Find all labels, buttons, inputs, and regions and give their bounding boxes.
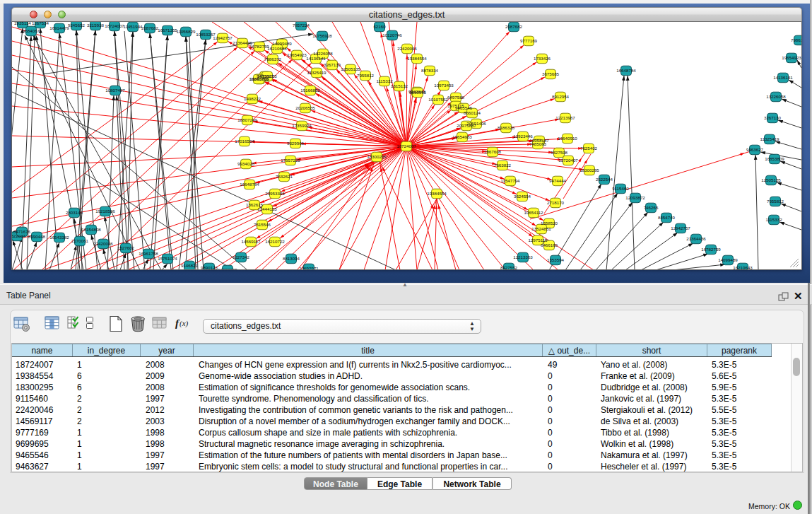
svg-text:16210722: 16210722 (265, 239, 285, 244)
svg-text:9329966: 9329966 (287, 141, 305, 146)
svg-text:9227342: 9227342 (233, 255, 250, 259)
svg-text:2803144: 2803144 (66, 210, 83, 215)
svg-text:9890123: 9890123 (201, 265, 218, 270)
svg-text:16782759: 16782759 (249, 44, 269, 49)
svg-text:7663822: 7663822 (494, 163, 512, 168)
svg-text:10107552: 10107552 (428, 97, 448, 102)
svg-text:8912954: 8912954 (552, 94, 570, 99)
svg-text:10654112: 10654112 (524, 210, 543, 215)
svg-text:22420046: 22420046 (93, 241, 113, 246)
svg-text:2522544: 2522544 (596, 177, 613, 182)
svg-text:19384554: 19384554 (427, 191, 447, 196)
svg-text:8322037: 8322037 (12, 233, 26, 238)
svg-text:22420046: 22420046 (397, 46, 417, 51)
svg-text:18300295: 18300295 (579, 168, 599, 173)
svg-text:16154808: 16154808 (81, 227, 101, 232)
svg-text:8878334: 8878334 (421, 68, 439, 73)
svg-text:10756928: 10756928 (312, 33, 332, 38)
svg-text:9146821: 9146821 (181, 263, 199, 268)
svg-text:9684067: 9684067 (23, 28, 40, 33)
svg-text:2935114: 2935114 (14, 22, 31, 25)
svg-text:19654983: 19654983 (452, 134, 472, 139)
svg-text:7625402: 7625402 (580, 146, 598, 151)
svg-text:11325419: 11325419 (307, 70, 326, 75)
svg-text:12942757: 12942757 (213, 35, 233, 40)
svg-text:8427552: 8427552 (500, 265, 518, 270)
svg-text:1558520: 1558520 (541, 221, 558, 226)
svg-text:7986372: 7986372 (791, 37, 801, 42)
svg-text:6497588: 6497588 (447, 95, 465, 100)
svg-text:15692971: 15692971 (299, 266, 319, 270)
svg-text:16782759: 16782759 (701, 247, 721, 252)
svg-text:17016504: 17016504 (235, 139, 254, 144)
svg-text:9699695: 9699695 (409, 90, 427, 95)
svg-text:3675685: 3675685 (542, 71, 560, 76)
svg-text:10120746: 10120746 (382, 33, 402, 37)
svg-text:8471676: 8471676 (13, 229, 31, 234)
svg-text:14569117: 14569117 (241, 239, 261, 244)
svg-text:2087682: 2087682 (505, 24, 523, 29)
svg-text:7857224: 7857224 (293, 23, 310, 28)
svg-text:3267130: 3267130 (324, 62, 341, 67)
svg-text:19166852: 19166852 (300, 88, 320, 93)
svg-text:11325419: 11325419 (760, 136, 779, 141)
svg-text:9327508: 9327508 (551, 150, 568, 155)
svg-text:20953346: 20953346 (265, 191, 285, 196)
svg-text:8454749: 8454749 (658, 215, 676, 220)
svg-text:16210643: 16210643 (733, 265, 753, 270)
svg-text:16914479: 16914479 (49, 25, 69, 30)
svg-text:7515546: 7515546 (254, 222, 271, 227)
svg-text:16640910: 16640910 (558, 136, 577, 141)
svg-text:14136141: 14136141 (773, 75, 793, 80)
svg-text:1527602: 1527602 (117, 245, 135, 250)
svg-text:19654923: 19654923 (287, 52, 307, 57)
svg-text:12444155: 12444155 (257, 206, 277, 211)
svg-text:18724007: 18724007 (105, 23, 124, 28)
svg-text:7986372: 7986372 (264, 57, 282, 62)
svg-text:15751074: 15751074 (158, 256, 177, 261)
svg-text:1498222: 1498222 (244, 96, 261, 101)
svg-text:7632621: 7632621 (276, 174, 293, 179)
svg-text:12213363: 12213363 (513, 255, 533, 259)
svg-text:12213967: 12213967 (555, 115, 575, 120)
svg-text:9474444: 9474444 (549, 178, 567, 183)
svg-text:2867608: 2867608 (484, 149, 502, 154)
svg-text:9777169: 9777169 (520, 38, 538, 43)
svg-text:16648784: 16648784 (240, 182, 259, 187)
svg-text:1733426: 1733426 (534, 56, 551, 61)
svg-text:16853809: 16853809 (765, 156, 784, 161)
svg-text:746266: 746266 (644, 205, 659, 210)
svg-text:1115332: 1115332 (376, 78, 393, 83)
svg-text:19654923: 19654923 (782, 55, 801, 60)
svg-text:17957225: 17957225 (281, 158, 300, 163)
svg-text:12505135: 12505135 (341, 66, 360, 71)
svg-text:10973493: 10973493 (434, 83, 454, 88)
svg-text:14099489: 14099489 (718, 257, 738, 262)
svg-text:9465546: 9465546 (455, 105, 473, 110)
svg-text:14099489: 14099489 (272, 41, 292, 46)
svg-text:16648784: 16648784 (616, 68, 636, 73)
svg-text:18724007: 18724007 (396, 144, 416, 148)
svg-text:11547794: 11547794 (500, 178, 520, 183)
svg-text:2718170: 2718170 (547, 200, 565, 205)
svg-text:12942757: 12942757 (671, 226, 690, 230)
svg-text:9463627: 9463627 (746, 147, 764, 152)
svg-text:62160: 62160 (373, 24, 386, 29)
svg-text:12505135: 12505135 (761, 177, 781, 182)
svg-text:20206535: 20206535 (295, 105, 315, 110)
svg-text:11451944: 11451944 (123, 24, 143, 29)
svg-text:18807249: 18807249 (237, 117, 257, 122)
svg-text:10853267: 10853267 (196, 32, 216, 37)
svg-text:13226058: 13226058 (313, 51, 333, 56)
svg-text:7955812: 7955812 (767, 199, 784, 204)
svg-text:9115460: 9115460 (612, 186, 629, 191)
svg-text:1615132: 1615132 (391, 83, 408, 88)
svg-text:2087682: 2087682 (141, 25, 159, 30)
svg-text:21364436: 21364436 (686, 236, 706, 241)
svg-text:16210643: 16210643 (267, 46, 287, 51)
svg-text:3624554: 3624554 (514, 194, 531, 199)
svg-text:17359924: 17359924 (292, 123, 312, 128)
svg-text:1267534: 1267534 (32, 22, 49, 25)
svg-text:10046766: 10046766 (249, 76, 269, 81)
svg-text:8186328: 8186328 (498, 125, 515, 130)
